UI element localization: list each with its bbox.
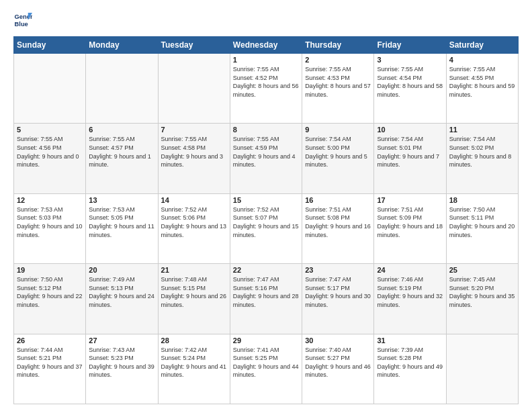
day-cell: 4Sunrise: 7:55 AMSunset: 4:55 PMDaylight…	[446, 54, 518, 124]
day-info: Sunrise: 7:50 AMSunset: 5:12 PMDaylight:…	[17, 275, 83, 309]
day-cell: 26Sunrise: 7:44 AMSunset: 5:21 PMDayligh…	[14, 334, 86, 404]
day-number: 17	[377, 196, 443, 204]
day-info: Sunrise: 7:53 AMSunset: 5:03 PMDaylight:…	[17, 205, 83, 239]
header: General Blue	[13, 11, 519, 30]
day-info: Sunrise: 7:52 AMSunset: 5:06 PMDaylight:…	[161, 205, 227, 239]
day-cell: 17Sunrise: 7:51 AMSunset: 5:09 PMDayligh…	[374, 193, 446, 263]
day-cell: 13Sunrise: 7:53 AMSunset: 5:05 PMDayligh…	[86, 193, 158, 263]
day-cell: 30Sunrise: 7:40 AMSunset: 5:27 PMDayligh…	[302, 334, 374, 404]
day-info: Sunrise: 7:45 AMSunset: 5:20 PMDaylight:…	[449, 275, 515, 309]
day-number: 13	[89, 196, 154, 204]
weekday-header-sunday: Sunday	[14, 37, 86, 54]
page: General Blue SundayMondayTuesdayWednesda…	[0, 0, 532, 411]
day-number: 28	[161, 336, 227, 345]
day-info: Sunrise: 7:55 AMSunset: 4:59 PMDaylight:…	[233, 135, 299, 169]
day-number: 23	[305, 266, 371, 274]
day-cell: 15Sunrise: 7:52 AMSunset: 5:07 PMDayligh…	[230, 193, 302, 263]
day-cell: 22Sunrise: 7:47 AMSunset: 5:16 PMDayligh…	[230, 264, 302, 334]
day-number: 14	[161, 196, 227, 204]
day-number: 16	[305, 196, 371, 204]
day-cell: 28Sunrise: 7:42 AMSunset: 5:24 PMDayligh…	[158, 334, 230, 404]
day-info: Sunrise: 7:48 AMSunset: 5:15 PMDaylight:…	[161, 275, 227, 309]
logo: General Blue	[13, 11, 32, 30]
day-cell: 24Sunrise: 7:46 AMSunset: 5:19 PMDayligh…	[374, 264, 446, 334]
day-number: 8	[233, 126, 299, 134]
day-number: 1	[233, 56, 299, 64]
day-info: Sunrise: 7:49 AMSunset: 5:13 PMDaylight:…	[89, 275, 154, 309]
day-cell: 1Sunrise: 7:55 AMSunset: 4:52 PMDaylight…	[230, 54, 302, 124]
day-info: Sunrise: 7:51 AMSunset: 5:09 PMDaylight:…	[377, 205, 443, 239]
day-cell: 14Sunrise: 7:52 AMSunset: 5:06 PMDayligh…	[158, 193, 230, 263]
day-info: Sunrise: 7:52 AMSunset: 5:07 PMDaylight:…	[233, 205, 299, 239]
day-number: 6	[89, 126, 154, 134]
day-info: Sunrise: 7:55 AMSunset: 4:56 PMDaylight:…	[17, 135, 83, 169]
day-number: 25	[449, 266, 515, 274]
day-info: Sunrise: 7:54 AMSunset: 5:01 PMDaylight:…	[377, 135, 443, 169]
day-number: 11	[449, 126, 515, 134]
day-number: 18	[449, 196, 515, 204]
day-cell	[86, 54, 158, 124]
day-info: Sunrise: 7:55 AMSunset: 4:55 PMDaylight:…	[449, 65, 515, 99]
day-cell: 11Sunrise: 7:54 AMSunset: 5:02 PMDayligh…	[446, 124, 518, 193]
week-row-3: 12Sunrise: 7:53 AMSunset: 5:03 PMDayligh…	[14, 193, 519, 263]
week-row-4: 19Sunrise: 7:50 AMSunset: 5:12 PMDayligh…	[14, 264, 519, 334]
logo-icon: General Blue	[13, 11, 32, 30]
day-info: Sunrise: 7:55 AMSunset: 4:58 PMDaylight:…	[161, 135, 227, 169]
day-info: Sunrise: 7:55 AMSunset: 4:52 PMDaylight:…	[233, 65, 299, 99]
day-info: Sunrise: 7:47 AMSunset: 5:16 PMDaylight:…	[233, 275, 299, 309]
day-info: Sunrise: 7:43 AMSunset: 5:23 PMDaylight:…	[89, 346, 154, 379]
day-cell	[14, 54, 86, 124]
day-cell: 27Sunrise: 7:43 AMSunset: 5:23 PMDayligh…	[86, 334, 158, 404]
day-info: Sunrise: 7:55 AMSunset: 4:53 PMDaylight:…	[305, 65, 371, 99]
day-info: Sunrise: 7:54 AMSunset: 5:00 PMDaylight:…	[305, 135, 371, 169]
day-info: Sunrise: 7:54 AMSunset: 5:02 PMDaylight:…	[449, 135, 515, 169]
day-number: 22	[233, 266, 299, 274]
day-info: Sunrise: 7:55 AMSunset: 4:57 PMDaylight:…	[89, 135, 154, 169]
day-number: 27	[89, 336, 154, 345]
day-number: 3	[377, 56, 443, 64]
weekday-header-saturday: Saturday	[446, 37, 518, 54]
day-number: 4	[449, 56, 515, 64]
day-number: 29	[233, 336, 299, 345]
day-cell: 2Sunrise: 7:55 AMSunset: 4:53 PMDaylight…	[302, 54, 374, 124]
calendar-table: SundayMondayTuesdayWednesdayThursdayFrid…	[13, 36, 519, 404]
weekday-header-monday: Monday	[86, 37, 158, 54]
day-cell: 29Sunrise: 7:41 AMSunset: 5:25 PMDayligh…	[230, 334, 302, 404]
day-info: Sunrise: 7:50 AMSunset: 5:11 PMDaylight:…	[449, 205, 515, 239]
day-number: 2	[305, 56, 371, 64]
day-info: Sunrise: 7:53 AMSunset: 5:05 PMDaylight:…	[89, 205, 154, 239]
week-row-2: 5Sunrise: 7:55 AMSunset: 4:56 PMDaylight…	[14, 124, 519, 193]
weekday-header-row: SundayMondayTuesdayWednesdayThursdayFrid…	[14, 37, 519, 54]
day-info: Sunrise: 7:41 AMSunset: 5:25 PMDaylight:…	[233, 346, 299, 379]
day-info: Sunrise: 7:55 AMSunset: 4:54 PMDaylight:…	[377, 65, 443, 99]
weekday-header-tuesday: Tuesday	[158, 37, 230, 54]
day-number: 26	[17, 336, 83, 345]
day-cell: 7Sunrise: 7:55 AMSunset: 4:58 PMDaylight…	[158, 124, 230, 193]
weekday-header-wednesday: Wednesday	[230, 37, 302, 54]
day-number: 24	[377, 266, 443, 274]
day-cell: 23Sunrise: 7:47 AMSunset: 5:17 PMDayligh…	[302, 264, 374, 334]
day-number: 12	[17, 196, 83, 204]
day-number: 20	[89, 266, 154, 274]
day-cell: 8Sunrise: 7:55 AMSunset: 4:59 PMDaylight…	[230, 124, 302, 193]
day-cell: 21Sunrise: 7:48 AMSunset: 5:15 PMDayligh…	[158, 264, 230, 334]
day-cell: 16Sunrise: 7:51 AMSunset: 5:08 PMDayligh…	[302, 193, 374, 263]
weekday-header-friday: Friday	[374, 37, 446, 54]
svg-text:Blue: Blue	[15, 21, 28, 28]
day-info: Sunrise: 7:40 AMSunset: 5:27 PMDaylight:…	[305, 346, 371, 379]
day-number: 30	[305, 336, 371, 345]
day-number: 10	[377, 126, 443, 134]
day-info: Sunrise: 7:46 AMSunset: 5:19 PMDaylight:…	[377, 275, 443, 309]
day-number: 15	[233, 196, 299, 204]
day-cell: 10Sunrise: 7:54 AMSunset: 5:01 PMDayligh…	[374, 124, 446, 193]
weekday-header-thursday: Thursday	[302, 37, 374, 54]
day-cell: 6Sunrise: 7:55 AMSunset: 4:57 PMDaylight…	[86, 124, 158, 193]
week-row-1: 1Sunrise: 7:55 AMSunset: 4:52 PMDaylight…	[14, 54, 519, 124]
day-cell: 5Sunrise: 7:55 AMSunset: 4:56 PMDaylight…	[14, 124, 86, 193]
day-info: Sunrise: 7:42 AMSunset: 5:24 PMDaylight:…	[161, 346, 227, 379]
day-number: 21	[161, 266, 227, 274]
day-info: Sunrise: 7:44 AMSunset: 5:21 PMDaylight:…	[17, 346, 83, 379]
day-cell: 19Sunrise: 7:50 AMSunset: 5:12 PMDayligh…	[14, 264, 86, 334]
day-cell: 12Sunrise: 7:53 AMSunset: 5:03 PMDayligh…	[14, 193, 86, 263]
day-cell: 20Sunrise: 7:49 AMSunset: 5:13 PMDayligh…	[86, 264, 158, 334]
